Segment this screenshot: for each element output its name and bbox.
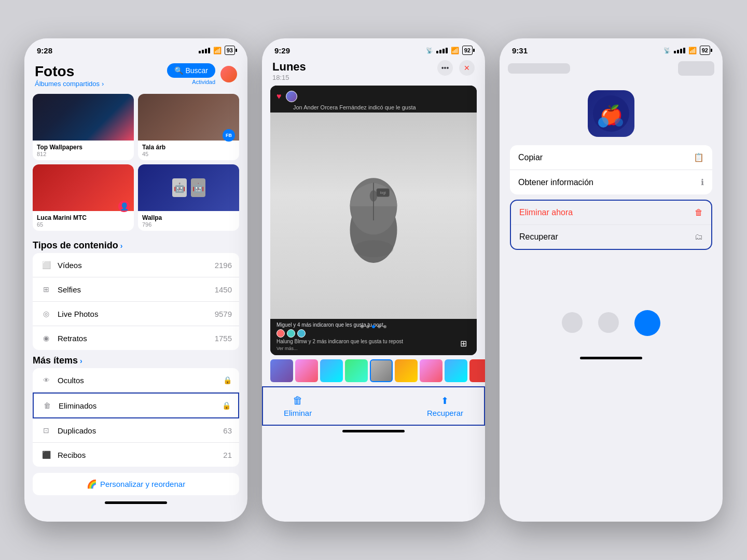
thumb-4[interactable] — [345, 359, 368, 382]
battery-icon-2: 92 — [462, 46, 473, 55]
dot-2 — [366, 325, 369, 328]
more-receipts[interactable]: ⬛ Recibos 21 — [33, 443, 239, 467]
thumbnail-strip — [262, 355, 485, 386]
thumb-6[interactable] — [395, 359, 418, 382]
time-2: 9:29 — [274, 46, 290, 55]
blurred-button — [678, 61, 714, 76]
notification-row: ♥ — [276, 91, 471, 102]
blur-circle-2 — [598, 312, 619, 333]
phone-1: 9:28 📶 93 Fotos Álbumes compartidos › 🔍 — [24, 38, 247, 522]
close-button[interactable]: ✕ — [459, 60, 475, 76]
copy-label: Copiar — [518, 153, 543, 162]
photos-multicolor-icon: 🌈 — [87, 479, 97, 489]
heart-icon: ♥ — [276, 92, 282, 101]
trash-icon-action: 🗑 — [293, 395, 303, 407]
thumb-1[interactable] — [270, 359, 293, 382]
p2-title-area: Lunes 18:15 — [272, 60, 306, 81]
more-count: 63 — [223, 426, 232, 435]
albums-grid: Top Wallpapers 812 FB Tala árb 45 👤 Luca… — [24, 90, 247, 235]
avatar-row — [276, 329, 471, 338]
recover-icon: ⬆ — [441, 395, 449, 407]
app-icon: 🍎 — [588, 90, 634, 137]
header-left: Fotos Álbumes compartidos › — [35, 63, 104, 88]
phone-2: 9:29 📡 📶 92 Lunes 18:15 ••• ✕ — [262, 38, 485, 522]
blurred-text-1 — [508, 63, 570, 74]
album-card-top-wallpapers[interactable]: Top Wallpapers 812 — [33, 94, 134, 160]
album-info: Luca Marini MTC 65 — [33, 211, 134, 231]
content-videos[interactable]: ⬜ Vídeos 2196 — [33, 253, 239, 277]
thumb-5-mouse[interactable] — [370, 359, 393, 382]
thumb-7[interactable] — [420, 359, 442, 382]
album-info: Wallpa 796 — [138, 211, 239, 231]
thumb-3[interactable] — [320, 359, 343, 382]
info-menu-item[interactable]: Obtener información ℹ — [510, 170, 712, 194]
album-card-wallpaper[interactable]: 🤖 🤖 Wallpa 796 — [138, 164, 239, 231]
chevron-icon-more: › — [80, 357, 82, 365]
time-3: 9:31 — [512, 46, 528, 55]
info-label: Obtener información — [518, 178, 593, 187]
copy-menu-item[interactable]: Copiar 📋 — [510, 145, 712, 170]
header-right: 🔍 Buscar Actividad — [167, 63, 237, 85]
live-photos-icon: ◎ — [40, 307, 52, 320]
search-button[interactable]: 🔍 Buscar — [167, 63, 215, 78]
more-duplicates[interactable]: ⊡ Duplicados 63 — [33, 418, 239, 443]
album-info: Tala árb 45 — [138, 141, 239, 160]
album-thumbnail — [33, 94, 134, 141]
avatar[interactable] — [220, 66, 237, 82]
status-bar-1: 9:28 📶 93 — [24, 38, 247, 59]
recover-icon-p3: 🗂 — [695, 232, 703, 242]
more-hidden[interactable]: 👁 Ocultos 🔒 — [33, 368, 239, 393]
highlighted-menu: Eliminar ahora 🗑 Recuperar 🗂 — [510, 200, 712, 250]
photos-header: Fotos Álbumes compartidos › 🔍 Buscar Act… — [24, 59, 247, 90]
delete-now-label: Eliminar ahora — [519, 208, 573, 217]
more-deleted[interactable]: 🗑 Eliminados 🔒 — [33, 393, 239, 418]
svg-text:logi: logi — [380, 190, 386, 195]
trash-red-icon: 🗑 — [695, 208, 703, 217]
delete-action[interactable]: 🗑 Eliminar — [284, 395, 312, 417]
bottom-links: Ver más... — [276, 346, 471, 351]
home-indicator — [105, 501, 167, 504]
thumb-8[interactable] — [445, 359, 467, 382]
content-selfies[interactable]: ⊞ Selfies 1450 — [33, 277, 239, 302]
chevron-right-icon: › — [102, 80, 104, 88]
delete-now-menu-item[interactable]: Eliminar ahora 🗑 — [511, 201, 711, 225]
activity-label: Actividad — [192, 79, 215, 85]
album-card-tala[interactable]: FB Tala árb 45 — [138, 94, 239, 160]
more-options-button[interactable]: ••• — [437, 60, 453, 76]
recover-menu-item[interactable]: Recuperar 🗂 — [511, 225, 711, 249]
content-type-heading: Tipos de contenido › — [24, 235, 247, 253]
content-live-photos[interactable]: ◎ Live Photos 9579 — [33, 302, 239, 326]
signal-icon — [199, 48, 210, 53]
scan-icon: ⊞ — [460, 339, 473, 351]
blue-action-button[interactable] — [634, 310, 660, 336]
blurred-header — [500, 59, 723, 80]
album-card-luca[interactable]: 👤 Luca Marini MTC 65 — [33, 164, 134, 231]
dynamic-island-icon: 📡 — [426, 47, 433, 54]
wifi-icon-2: 📶 — [451, 47, 459, 54]
thumb-9[interactable] — [469, 359, 485, 382]
more-label: Eliminados — [59, 401, 222, 410]
subtitle: Álbumes compartidos — [35, 80, 100, 88]
battery-icon-3: 92 — [700, 46, 710, 55]
bottom-actions: 🗑 Eliminar ⬆ Recuperar — [262, 386, 485, 426]
image-top-notification: ♥ Jon Ander Orcera Fernández indicó que … — [270, 86, 477, 113]
content-count: 9579 — [215, 310, 232, 318]
delete-label: Eliminar — [284, 409, 312, 417]
content-portraits[interactable]: ◉ Retratos 1755 — [33, 326, 239, 350]
more-label: Recibos — [58, 451, 223, 459]
battery-icon: 93 — [225, 46, 235, 55]
signal-icon-2 — [436, 48, 448, 53]
hidden-icon: 👁 — [40, 374, 52, 386]
personalize-button[interactable]: 🌈 Personalizar y reordenar — [33, 473, 239, 495]
album-count: 45 — [142, 151, 235, 157]
album-count: 796 — [142, 221, 235, 228]
recover-action[interactable]: ⬆ Recuperar — [427, 395, 463, 417]
page-title: Fotos — [35, 63, 104, 80]
content-count: 2196 — [215, 261, 232, 270]
blur-circle-1 — [562, 312, 583, 333]
thumb-2[interactable] — [295, 359, 318, 382]
bottom-notification-2: Halung Blmw y 2 más indicaron que les gu… — [276, 339, 471, 344]
top-menu: Copiar 📋 Obtener información ℹ — [510, 145, 712, 194]
recover-label-p3: Recuperar — [519, 232, 558, 242]
status-bar-3: 9:31 📡 📶 92 — [500, 38, 723, 59]
